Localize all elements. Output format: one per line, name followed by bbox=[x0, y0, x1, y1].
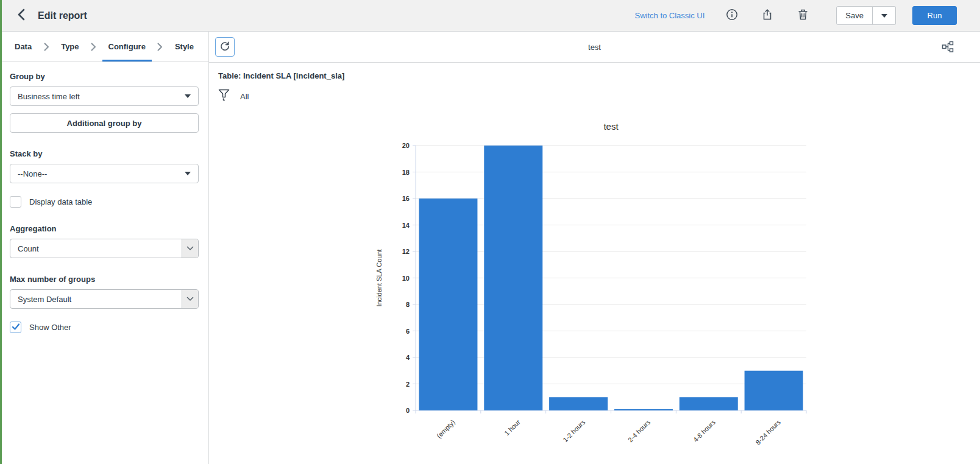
x-category-label: 2-4 hours bbox=[627, 418, 652, 444]
stack-by-dropdown[interactable]: --None-- bbox=[10, 164, 199, 183]
aggregation-label: Aggregation bbox=[10, 224, 199, 233]
report-preview-pane: test Table: Incident SLA [incident_sla bbox=[209, 32, 980, 464]
refresh-button[interactable] bbox=[215, 37, 235, 57]
share-button[interactable] bbox=[757, 5, 778, 26]
max-groups-select[interactable]: System Default bbox=[10, 289, 199, 309]
display-data-table-checkbox[interactable] bbox=[10, 196, 21, 208]
max-groups-value: System Default bbox=[10, 290, 79, 308]
save-button[interactable]: Save bbox=[836, 6, 873, 25]
chevron-right-icon bbox=[91, 43, 96, 51]
display-data-table-label: Display data table bbox=[29, 197, 92, 206]
bar-4-8 hours[interactable] bbox=[680, 397, 738, 410]
y-tick-label: 2 bbox=[406, 381, 410, 388]
delete-button[interactable] bbox=[792, 5, 813, 26]
report-structure-button[interactable] bbox=[940, 40, 956, 55]
y-tick-label: 18 bbox=[402, 169, 410, 176]
table-label: Table: Incident SLA [incident_sla] bbox=[218, 71, 344, 80]
bar-1-2 hours[interactable] bbox=[549, 397, 608, 410]
bar-2-4 hours[interactable] bbox=[614, 409, 673, 410]
stack-by-value: --None-- bbox=[18, 169, 47, 178]
filter-label: All bbox=[240, 92, 249, 101]
chart-svg: 02468101214161820(empty)1 hour1-2 hours2… bbox=[374, 115, 810, 450]
chevron-right-icon bbox=[157, 43, 163, 51]
x-category-label: (empty) bbox=[435, 418, 456, 440]
x-category-label: 4-8 hours bbox=[692, 418, 717, 444]
back-button[interactable] bbox=[13, 8, 29, 24]
preview-toolbar: test bbox=[209, 32, 980, 63]
chart-area: Table: Incident SLA [incident_sla] All 0… bbox=[209, 63, 980, 463]
left-edge-accent-strip bbox=[0, 0, 2, 464]
report-name: test bbox=[209, 32, 980, 63]
y-tick-label: 12 bbox=[402, 248, 410, 255]
y-tick-label: 8 bbox=[406, 301, 410, 308]
dropdown-arrow-icon bbox=[185, 94, 191, 98]
select-chevron-icon bbox=[182, 290, 198, 308]
bar-(empty)[interactable] bbox=[419, 199, 477, 410]
save-split-button: Save bbox=[836, 6, 896, 25]
hierarchy-icon bbox=[942, 41, 954, 55]
page-title: Edit report bbox=[38, 10, 87, 21]
group-by-dropdown[interactable]: Business time left bbox=[10, 86, 199, 106]
y-tick-label: 6 bbox=[406, 328, 410, 335]
tab-data[interactable]: Data bbox=[9, 32, 38, 62]
show-other-label: Show Other bbox=[29, 323, 71, 332]
additional-group-by-button[interactable]: Additional group by bbox=[10, 113, 199, 133]
bar-1 hour[interactable] bbox=[484, 146, 542, 410]
bar-8-24 hours[interactable] bbox=[745, 371, 803, 410]
chevron-right-icon bbox=[44, 43, 49, 51]
caret-down-icon bbox=[881, 14, 887, 18]
filter-condition[interactable]: All bbox=[218, 88, 249, 104]
aggregation-select[interactable]: Count bbox=[10, 239, 199, 258]
x-category-label: 1 hour bbox=[503, 418, 522, 437]
dropdown-arrow-icon bbox=[185, 172, 191, 175]
chart-title: test bbox=[603, 121, 619, 132]
select-chevron-icon bbox=[182, 239, 198, 258]
max-groups-label: Max number of groups bbox=[10, 275, 199, 284]
y-axis-title: Incident SLA Count bbox=[375, 249, 383, 306]
save-menu-button[interactable] bbox=[873, 6, 896, 25]
y-tick-label: 0 bbox=[406, 407, 410, 414]
wizard-tabs: Data Type Configure Style bbox=[0, 32, 208, 62]
info-icon bbox=[726, 9, 738, 23]
chevron-left-icon bbox=[16, 8, 26, 23]
filter-icon bbox=[218, 88, 230, 104]
y-tick-label: 4 bbox=[406, 354, 410, 361]
x-category-label: 1-2 hours bbox=[561, 418, 587, 444]
stack-by-label: Stack by bbox=[10, 149, 199, 158]
aggregation-value: Count bbox=[10, 239, 46, 258]
top-bar: Edit report Switch to Classic UI Save Ru… bbox=[0, 0, 980, 32]
info-button[interactable] bbox=[722, 5, 742, 26]
show-other-checkbox[interactable] bbox=[10, 322, 21, 333]
switch-to-classic-link[interactable]: Switch to Classic UI bbox=[634, 11, 705, 20]
tab-type[interactable]: Type bbox=[55, 32, 85, 62]
y-tick-label: 14 bbox=[402, 222, 410, 229]
configure-sidebar: Data Type Configure Style Group by Busin… bbox=[0, 32, 209, 464]
group-by-label: Group by bbox=[10, 72, 199, 81]
y-tick-label: 20 bbox=[402, 142, 410, 149]
bar-chart: 02468101214161820(empty)1 hour1-2 hours2… bbox=[374, 115, 810, 450]
y-tick-label: 10 bbox=[402, 275, 410, 282]
group-by-value: Business time left bbox=[18, 92, 80, 101]
y-tick-label: 16 bbox=[402, 195, 410, 202]
tab-style[interactable]: Style bbox=[169, 32, 200, 62]
trash-icon bbox=[797, 9, 809, 23]
tab-configure[interactable]: Configure bbox=[102, 32, 152, 62]
share-icon bbox=[761, 9, 773, 23]
refresh-icon bbox=[219, 41, 230, 54]
x-category-label: 8-24 hours bbox=[754, 418, 782, 446]
run-button[interactable]: Run bbox=[912, 6, 957, 25]
check-icon bbox=[12, 322, 20, 333]
